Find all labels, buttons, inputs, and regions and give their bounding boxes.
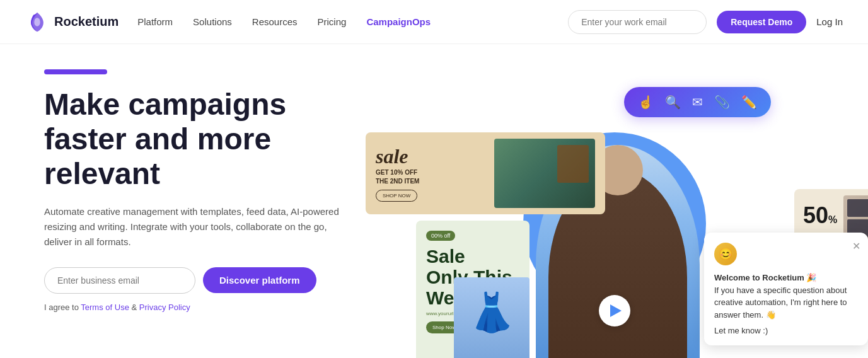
logo-icon (25, 10, 49, 34)
sale-banner-vertical: 00% off SaleOnly This Week www.yoururl.c… (416, 221, 529, 358)
cta-row: Discover platform (44, 267, 353, 294)
clothes-item-1 (847, 199, 868, 217)
paperclip-icon[interactable]: 📎 (714, 95, 730, 110)
hero-title: Make campaigns faster and more relevant (44, 87, 353, 192)
sale-big-text: sale (376, 145, 494, 168)
hero-subtitle: Automate creative management with templa… (44, 204, 347, 250)
tool-bar: ☝ 🔍 ✉ 📎 ✏️ (624, 87, 771, 117)
edit-icon[interactable]: ✏️ (741, 95, 757, 110)
nav-platform[interactable]: Platform (137, 16, 173, 27)
chat-close-button[interactable]: ✕ (852, 240, 860, 252)
shop-now-badge[interactable]: SHOP NOW (376, 190, 417, 202)
nav-resources[interactable]: Resources (252, 16, 298, 27)
nav-pricing[interactable]: Pricing (318, 16, 347, 27)
chat-popup: ✕ 😊 Welcome to Rocketium 🎉 If you have a… (704, 233, 868, 345)
send-icon[interactable]: ✉ (692, 95, 703, 110)
svg-point-0 (34, 18, 40, 26)
nav: Platform Solutions Resources Pricing Cam… (137, 16, 568, 27)
header: Rocketium Platform Solutions Resources P… (0, 0, 868, 44)
play-button[interactable] (599, 295, 630, 326)
nav-solutions[interactable]: Solutions (193, 16, 232, 27)
sale-sub-text: GET 10% OFFTHE 2ND ITEM (376, 168, 494, 186)
request-demo-button[interactable]: Request Demo (717, 11, 806, 33)
hero-right: ☝ 🔍 ✉ 📎 ✏️ sale GET 10% OFFTHE 2ND ITEM … (353, 44, 868, 358)
discover-platform-button[interactable]: Discover platform (203, 267, 316, 293)
accent-bar (44, 69, 107, 74)
logo[interactable]: Rocketium (25, 10, 119, 34)
cta-email-input[interactable] (44, 267, 195, 294)
search-icon[interactable]: 🔍 (665, 95, 681, 110)
terms-link[interactable]: Terms of Use (81, 303, 129, 312)
vert-person-image (454, 277, 529, 358)
chat-let-me: Let me know :) (714, 326, 858, 335)
off-badge: 00% off (426, 231, 455, 241)
logo-text: Rocketium (54, 14, 119, 29)
terms-prefix: I agree to (44, 303, 81, 312)
sale-top-image (494, 139, 595, 208)
header-email-input[interactable] (568, 10, 707, 34)
header-right: Request Demo Log In (568, 10, 843, 34)
terms-row: I agree to Terms of Use & Privacy Policy (44, 303, 353, 312)
terms-mid: & (129, 303, 139, 312)
sale-banner-top: sale GET 10% OFFTHE 2ND ITEM SHOP NOW (366, 132, 605, 214)
play-triangle-icon (610, 304, 622, 317)
chat-avatar: 😊 (714, 243, 737, 265)
nav-campaignops[interactable]: CampaignOps (366, 16, 431, 27)
login-button[interactable]: Log In (816, 16, 843, 27)
hero-left: Make campaigns faster and more relevant … (0, 44, 353, 358)
sale-text-area: sale GET 10% OFFTHE 2ND ITEM SHOP NOW (376, 145, 494, 202)
chat-welcome: Welcome to Rocketium 🎉 If you have a spe… (714, 272, 858, 321)
pointer-icon[interactable]: ☝ (638, 95, 654, 110)
privacy-link[interactable]: Privacy Policy (139, 303, 190, 312)
main: Make campaigns faster and more relevant … (0, 44, 868, 358)
